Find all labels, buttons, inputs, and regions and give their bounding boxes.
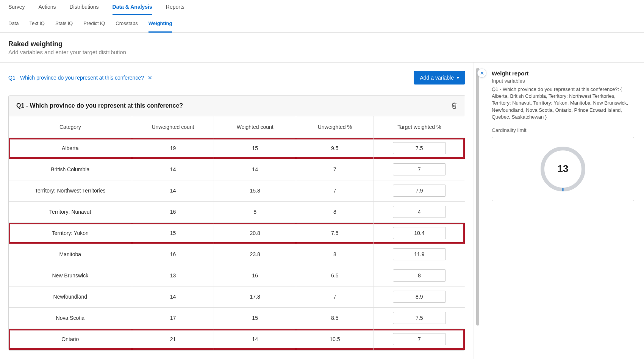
table-cell: New Brunswick xyxy=(9,265,132,286)
subtab-data[interactable]: Data xyxy=(8,15,19,33)
tab-actions[interactable]: Actions xyxy=(39,0,56,15)
table-cell: 10.5 xyxy=(296,329,374,350)
table-cell: 17.8 xyxy=(214,286,296,307)
tab-distributions[interactable]: Distributions xyxy=(70,0,99,15)
table-cell: 8.5 xyxy=(296,307,374,329)
table-row: Ontario211410.5 xyxy=(9,329,465,350)
table-cell: 7.5 xyxy=(296,222,374,244)
table-row: New Brunswick13166.5 xyxy=(9,265,465,286)
table-cell: 14 xyxy=(132,286,214,307)
table-row: Territory: Nunavut1688 xyxy=(9,201,465,222)
target-cell xyxy=(374,201,465,222)
target-weighted-input[interactable] xyxy=(393,206,446,218)
question-card-title: Q1 - Which province do you represent at … xyxy=(16,102,183,109)
target-cell xyxy=(374,138,465,159)
variable-chip[interactable]: Q1 - Which province do you represent at … xyxy=(8,75,152,81)
table-cell: 15.8 xyxy=(214,180,296,201)
page-subtitle: Add variables and enter your target dist… xyxy=(8,49,636,55)
tab-data-analysis[interactable]: Data & Analysis xyxy=(113,0,152,15)
column-header: Category xyxy=(9,116,132,138)
table-cell: Territory: Northwest Territories xyxy=(9,180,132,201)
table-cell: 15 xyxy=(214,138,296,159)
table-cell: Territory: Yukon xyxy=(9,222,132,244)
subtab-weighting[interactable]: Weighting xyxy=(148,15,172,33)
scrollbar-thumb[interactable] xyxy=(476,68,479,326)
chevron-down-icon: ▾ xyxy=(457,75,459,80)
table-cell: Manitoba xyxy=(9,244,132,265)
report-input-vars-text: Q1 - Which province do you represent at … xyxy=(492,86,634,121)
tab-survey[interactable]: Survey xyxy=(8,0,25,15)
table-cell: 14 xyxy=(214,159,296,180)
table-cell: 7 xyxy=(296,159,374,180)
close-panel-button[interactable]: ✕ xyxy=(477,69,486,78)
cardinality-block: Cardinality limit 13 xyxy=(492,127,634,201)
table-cell: Ontario xyxy=(9,329,132,350)
table-row: British Columbia14147 xyxy=(9,159,465,180)
table-cell: 8 xyxy=(296,244,374,265)
table-cell: 21 xyxy=(132,329,214,350)
column-header: Unweighted % xyxy=(296,116,374,138)
target-weighted-input[interactable] xyxy=(393,291,446,303)
subtab-predict-iq[interactable]: Predict iQ xyxy=(83,15,105,33)
table-cell: 20.8 xyxy=(214,222,296,244)
table-cell: 7 xyxy=(296,180,374,201)
table-cell: 15 xyxy=(132,222,214,244)
table-row: Territory: Yukon1520.87.5 xyxy=(9,222,465,244)
target-weighted-input[interactable] xyxy=(393,185,446,197)
target-weighted-input[interactable] xyxy=(393,142,446,154)
column-header: Unweighted count xyxy=(132,116,214,138)
table-cell: Alberta xyxy=(9,138,132,159)
table-cell: Newfoundland xyxy=(9,286,132,307)
close-icon[interactable]: ✕ xyxy=(148,75,152,81)
primary-tabbar: SurveyActionsDistributionsData & Analysi… xyxy=(0,0,644,15)
cardinality-card: 13 xyxy=(492,137,634,201)
target-weighted-input[interactable] xyxy=(393,333,446,345)
target-cell xyxy=(374,180,465,201)
workspace: Q1 - Which province do you represent at … xyxy=(0,62,644,359)
target-weighted-input[interactable] xyxy=(393,227,446,239)
variable-chip-label: Q1 - Which province do you represent at … xyxy=(8,75,144,81)
table-cell: 13 xyxy=(132,265,214,286)
table-cell: 9.5 xyxy=(296,138,374,159)
add-variable-button[interactable]: Add a variable ▾ xyxy=(414,71,465,85)
subtab-text-iq[interactable]: Text iQ xyxy=(29,15,44,33)
table-cell: 23.8 xyxy=(214,244,296,265)
target-weighted-input[interactable] xyxy=(393,163,446,175)
table-cell: 8 xyxy=(296,201,374,222)
table-cell: 16 xyxy=(132,201,214,222)
add-variable-label: Add a variable xyxy=(420,75,454,81)
target-weighted-input[interactable] xyxy=(393,248,446,260)
target-cell xyxy=(374,159,465,180)
table-cell: 19 xyxy=(132,138,214,159)
table-row: Alberta19159.5 xyxy=(9,138,465,159)
cardinality-label: Cardinality limit xyxy=(492,127,634,133)
subtab-stats-iq[interactable]: Stats iQ xyxy=(55,15,73,33)
tab-reports[interactable]: Reports xyxy=(166,0,184,15)
table-cell: British Columbia xyxy=(9,159,132,180)
target-cell xyxy=(374,265,465,286)
trash-icon[interactable] xyxy=(451,102,457,109)
table-cell: 16 xyxy=(132,244,214,265)
page-header: Raked weighting Add variables and enter … xyxy=(0,33,644,62)
table-cell: 14 xyxy=(132,159,214,180)
secondary-tabbar: DataText iQStats iQPredict iQCrosstabsWe… xyxy=(0,15,644,33)
weight-report-panel: Weight report Input variables Q1 - Which… xyxy=(482,63,644,359)
column-header: Weighted count xyxy=(214,116,296,138)
question-card-header: Q1 - Which province do you represent at … xyxy=(9,95,465,116)
target-weighted-input[interactable] xyxy=(393,269,446,282)
table-row: Manitoba1623.88 xyxy=(9,244,465,265)
target-weighted-input[interactable] xyxy=(393,312,446,324)
target-cell xyxy=(374,307,465,329)
target-cell xyxy=(374,329,465,350)
scroll-gutter: ✕ xyxy=(474,63,482,359)
table-cell: 16 xyxy=(214,265,296,286)
variable-bar: Q1 - Which province do you represent at … xyxy=(8,71,465,85)
subtab-crosstabs[interactable]: Crosstabs xyxy=(116,15,138,33)
page-title: Raked weighting xyxy=(8,40,636,48)
table-cell: 15 xyxy=(214,307,296,329)
weighting-table: CategoryUnweighted countWeighted countUn… xyxy=(9,116,465,350)
table-cell: Territory: Nunavut xyxy=(9,201,132,222)
column-header: Target weighted % xyxy=(374,116,465,138)
table-cell: 14 xyxy=(132,180,214,201)
table-cell: 17 xyxy=(132,307,214,329)
